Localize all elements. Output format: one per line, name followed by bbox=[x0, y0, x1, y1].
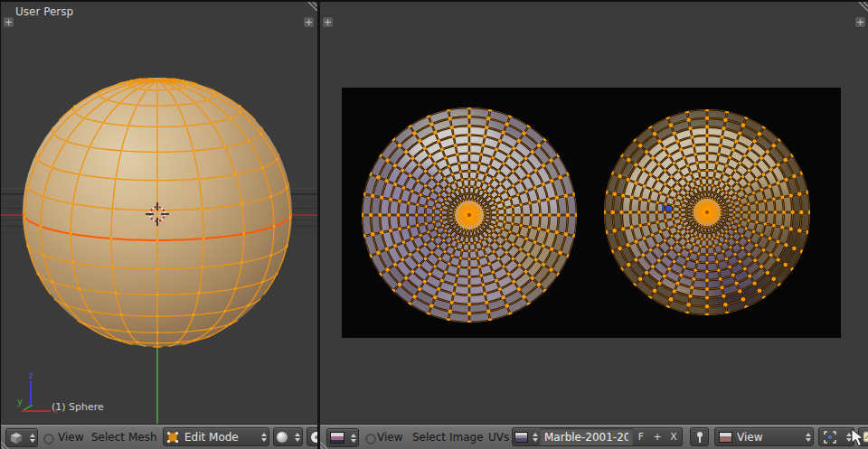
uv-image-editor-area: + + View Select bbox=[320, 2, 868, 449]
image-name-field[interactable]: Marble-2001-2002.jpg bbox=[540, 427, 634, 446]
expand-toolshelf-button[interactable]: + bbox=[322, 16, 334, 28]
view-mode-icon bbox=[719, 432, 732, 443]
expand-properties-button[interactable]: + bbox=[854, 16, 866, 28]
axis-z-label: z bbox=[28, 370, 33, 380]
viewport-3d[interactable]: User Persp z y x (1) Sphere + + bbox=[1, 2, 317, 424]
browse-image-dropdown[interactable] bbox=[512, 427, 541, 446]
pin-icon bbox=[694, 431, 705, 444]
area-corner-grip-icon[interactable] bbox=[305, 2, 317, 14]
active-object-label: (1) Sphere bbox=[52, 401, 104, 413]
viewport-3d-area: User Persp z y x (1) Sphere + + bbox=[1, 2, 317, 449]
collapse-menus-toggle-icon[interactable] bbox=[365, 434, 376, 444]
viewport-shading-dropdown[interactable] bbox=[273, 427, 303, 446]
image-canvas[interactable] bbox=[342, 88, 841, 338]
axis-y-label: y bbox=[17, 397, 23, 407]
unlink-image-button[interactable]: X bbox=[665, 427, 683, 446]
menu-uvs[interactable]: UVs bbox=[488, 425, 509, 449]
cube-3dview-icon bbox=[9, 432, 24, 444]
mode-dropdown[interactable]: Edit Mode bbox=[163, 427, 269, 446]
uv-unwrap-overlay bbox=[342, 88, 841, 338]
stepper-arrows-icon bbox=[27, 430, 37, 445]
mouse-cursor bbox=[851, 428, 866, 448]
menu-select[interactable]: Select bbox=[91, 425, 125, 449]
pivot-2d-cursor-icon bbox=[823, 430, 837, 444]
image-thumbnail-icon bbox=[514, 432, 528, 443]
menu-view[interactable]: View bbox=[58, 425, 83, 449]
blender-window: User Persp z y x (1) Sphere + + bbox=[0, 0, 868, 449]
fake-user-button[interactable]: F bbox=[633, 427, 650, 446]
pin-image-toggle[interactable] bbox=[690, 427, 709, 446]
uv-pivot-button[interactable] bbox=[818, 427, 842, 446]
menu-select[interactable]: Select bbox=[412, 425, 446, 449]
stepper-arrows-icon bbox=[292, 429, 302, 444]
menu-mesh[interactable]: Mesh bbox=[128, 425, 157, 449]
view-name-label: User Persp bbox=[15, 5, 73, 18]
expand-toolshelf-button[interactable]: + bbox=[3, 16, 14, 28]
view-mode-label: View bbox=[737, 431, 803, 444]
menu-image[interactable]: Image bbox=[449, 425, 484, 449]
image-editor-icon bbox=[330, 432, 344, 444]
pivot-sphere-icon bbox=[310, 431, 317, 444]
uv-image-editor-viewport[interactable]: + + bbox=[320, 2, 868, 424]
viewport-3d-header: View Select Mesh Edit Mode bbox=[1, 424, 317, 449]
editor-type-button[interactable] bbox=[5, 428, 38, 447]
area-corner-grip-icon[interactable] bbox=[855, 2, 868, 14]
sphere-mesh-edit-mode bbox=[1, 2, 317, 424]
edit-mode-icon bbox=[166, 431, 179, 444]
image-name-value: Marble-2001-2002.jpg bbox=[544, 431, 628, 444]
mode-label: Edit Mode bbox=[184, 431, 259, 444]
collapse-menus-toggle-icon[interactable] bbox=[43, 434, 54, 444]
stepper-arrows-icon bbox=[348, 430, 358, 445]
menu-view[interactable]: View bbox=[377, 425, 402, 449]
editor-type-button[interactable] bbox=[326, 428, 359, 447]
display-mode-dropdown[interactable]: View bbox=[714, 427, 814, 446]
stepper-arrows-icon bbox=[803, 429, 813, 444]
window-border bbox=[0, 0, 868, 2]
stepper-arrows-icon bbox=[259, 429, 269, 444]
new-image-button[interactable]: + bbox=[649, 427, 666, 446]
expand-properties-button[interactable]: + bbox=[303, 16, 315, 28]
pivot-point-dropdown[interactable] bbox=[307, 427, 317, 446]
stepper-arrows-icon bbox=[530, 429, 540, 444]
shading-sphere-icon bbox=[276, 431, 288, 444]
uv-image-editor-header: View Select Image UVs Marble-2001-2002.j… bbox=[320, 424, 868, 449]
